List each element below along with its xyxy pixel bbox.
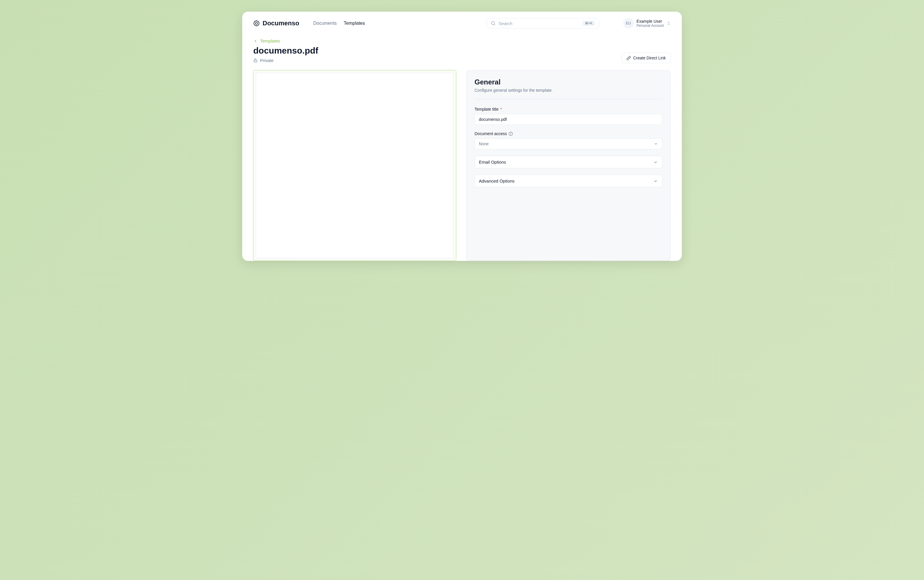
brand-name: Documenso bbox=[263, 20, 299, 27]
document-preview[interactable] bbox=[253, 70, 456, 261]
svg-point-1 bbox=[491, 21, 495, 25]
page-title: documenso.pdf bbox=[253, 46, 318, 56]
advanced-options-label: Advanced Options bbox=[479, 178, 515, 183]
document-access-label: Document access bbox=[474, 131, 662, 136]
lock-open-icon bbox=[253, 58, 258, 63]
svg-point-0 bbox=[255, 22, 257, 24]
app-window: Documenso Documents Templates ⌘+K EU Exa… bbox=[242, 12, 682, 261]
template-title-input[interactable] bbox=[474, 114, 662, 125]
avatar: EU bbox=[623, 18, 634, 28]
svg-rect-3 bbox=[254, 60, 257, 62]
chevron-down-icon bbox=[653, 179, 658, 183]
panel-title: General bbox=[474, 78, 662, 86]
field-template-title: Template title * bbox=[474, 107, 662, 125]
link-icon bbox=[626, 56, 631, 60]
email-options-accordion[interactable]: Email Options bbox=[474, 156, 662, 168]
document-access-label-text: Document access bbox=[474, 131, 507, 136]
info-icon[interactable] bbox=[509, 132, 513, 136]
page-header-left: documenso.pdf Private bbox=[253, 46, 318, 63]
main-row: General Configure general settings for t… bbox=[253, 70, 671, 261]
user-menu[interactable]: EU Example User Personal Account bbox=[623, 18, 671, 28]
search-box[interactable]: ⌘+K bbox=[487, 18, 599, 28]
nav-templates[interactable]: Templates bbox=[344, 21, 365, 26]
logo[interactable]: Documenso bbox=[253, 20, 299, 27]
user-subtitle: Personal Account bbox=[637, 23, 664, 28]
chevron-down-icon bbox=[654, 142, 658, 146]
create-direct-link-label: Create Direct Link bbox=[633, 56, 666, 60]
visibility-text: Private bbox=[260, 58, 273, 63]
advanced-options-accordion[interactable]: Advanced Options bbox=[474, 175, 662, 187]
field-document-access: Document access None bbox=[474, 131, 662, 149]
panel-subtitle: Configure general settings for the templ… bbox=[474, 88, 662, 92]
create-direct-link-button[interactable]: Create Direct Link bbox=[621, 53, 671, 63]
search-shortcut: ⌘+K bbox=[583, 21, 595, 26]
chevron-down-icon bbox=[653, 160, 658, 165]
document-access-value: None bbox=[479, 142, 489, 146]
search-input[interactable] bbox=[499, 21, 580, 26]
visibility-badge: Private bbox=[253, 58, 318, 63]
logo-icon bbox=[253, 20, 260, 26]
chevrons-up-down-icon bbox=[667, 21, 671, 25]
header: Documenso Documents Templates ⌘+K EU Exa… bbox=[242, 12, 682, 35]
user-info: Example User Personal Account bbox=[637, 19, 664, 28]
divider bbox=[474, 99, 662, 99]
template-title-label: Template title * bbox=[474, 107, 662, 112]
email-options-label: Email Options bbox=[479, 160, 506, 165]
required-indicator: * bbox=[500, 107, 502, 112]
breadcrumb[interactable]: Templates bbox=[253, 38, 671, 43]
content: Templates documenso.pdf Private Crea bbox=[242, 35, 682, 261]
page-header: documenso.pdf Private Create Direct Link bbox=[253, 46, 671, 63]
main-nav: Documents Templates bbox=[313, 21, 365, 26]
document-access-select[interactable]: None bbox=[474, 138, 662, 149]
search-icon bbox=[491, 21, 496, 26]
svg-point-6 bbox=[511, 133, 511, 133]
document-page bbox=[256, 73, 453, 258]
svg-line-2 bbox=[494, 24, 495, 25]
settings-panel: General Configure general settings for t… bbox=[466, 70, 671, 261]
chevron-left-icon bbox=[253, 39, 258, 43]
nav-documents[interactable]: Documents bbox=[313, 21, 337, 26]
breadcrumb-label: Templates bbox=[260, 38, 280, 43]
template-title-label-text: Template title bbox=[474, 107, 498, 112]
user-name: Example User bbox=[637, 19, 664, 23]
